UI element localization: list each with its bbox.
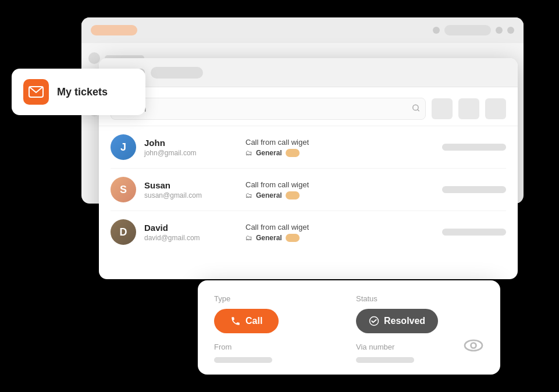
from-column: From xyxy=(214,343,342,363)
ticket-subject: Call from call wiget xyxy=(245,180,434,189)
ticket-info: Call from call wiget 🗂 General xyxy=(245,138,434,157)
tag-general: General xyxy=(256,191,282,199)
contact-email: susan@gmail.com xyxy=(144,191,237,199)
from-value-placeholder xyxy=(214,357,272,363)
folder-icon: 🗂 xyxy=(245,234,252,242)
browser-dot-1 xyxy=(433,27,440,34)
search-input[interactable] xyxy=(111,98,426,120)
browser-top-bar-back xyxy=(81,17,524,43)
search-input-wrap[interactable] xyxy=(111,98,426,120)
my-tickets-label: My tickets xyxy=(57,86,108,98)
table-row[interactable]: J John john@gmail.com Call from call wig… xyxy=(111,126,506,169)
svg-line-1 xyxy=(418,109,419,111)
search-bar-area xyxy=(99,87,518,126)
tickets-list: J John john@gmail.com Call from call wig… xyxy=(99,126,518,253)
status-label: Status xyxy=(356,294,484,303)
table-row[interactable]: S Susan susan@gmail.com Call from call w… xyxy=(111,169,506,211)
browser-dot-2 xyxy=(496,27,503,34)
check-icon xyxy=(369,316,379,326)
tag-general: General xyxy=(256,149,282,157)
ticket-info: Call from call wiget 🗂 General xyxy=(245,223,434,242)
filter-button[interactable] xyxy=(485,98,506,119)
contact-name: Susan xyxy=(144,180,237,190)
contact-name: David xyxy=(144,223,237,233)
ticket-tags: 🗂 General xyxy=(245,149,434,157)
svg-point-4 xyxy=(465,340,482,351)
ticket-subject: Call from call wiget xyxy=(245,223,434,231)
folder-icon: 🗂 xyxy=(245,191,252,199)
from-label: From xyxy=(214,343,342,351)
contact-email: john@gmail.com xyxy=(144,149,237,157)
folder-icon: 🗂 xyxy=(245,149,252,157)
tag-priority-pill xyxy=(286,149,300,157)
eye-icon xyxy=(463,335,484,356)
ticket-info: Call from call wiget 🗂 General xyxy=(245,180,434,199)
resolved-button[interactable]: Resolved xyxy=(356,309,438,333)
table-row[interactable]: D David david@gmail.com Call from call w… xyxy=(111,211,506,253)
tag-priority-pill xyxy=(286,191,300,199)
browser-pill-back xyxy=(91,25,137,35)
main-browser-window: J John john@gmail.com Call from call wig… xyxy=(99,58,518,279)
tag-general: General xyxy=(256,234,282,242)
via-number-value-placeholder xyxy=(356,357,414,363)
avatar: D xyxy=(111,219,136,245)
mail-icon xyxy=(29,86,44,98)
browser-dot-3 xyxy=(507,27,514,34)
avatar: J xyxy=(111,134,136,160)
status-column: Status Resolved xyxy=(356,294,484,333)
svg-point-5 xyxy=(471,343,476,348)
contact-email: david@gmail.com xyxy=(144,234,237,242)
ticket-tags: 🗂 General xyxy=(245,234,434,242)
detail-grid: Type Call Status Resolved From xyxy=(214,294,484,363)
ticket-status-bar xyxy=(442,144,506,151)
ticket-tags: 🗂 General xyxy=(245,191,434,199)
mail-icon-wrap xyxy=(23,79,49,105)
type-label: Type xyxy=(214,294,342,303)
phone-icon xyxy=(230,316,241,326)
ticket-status-bar xyxy=(442,229,506,236)
browser-top-bar-main xyxy=(99,58,518,87)
ticket-subject: Call from call wiget xyxy=(245,138,434,147)
avatar: S xyxy=(111,177,136,202)
ticket-contact: Susan susan@gmail.com xyxy=(144,180,237,199)
browser-pill-right xyxy=(444,25,491,35)
tag-priority-pill xyxy=(286,234,300,242)
type-column: Type Call xyxy=(214,294,342,333)
search-icon xyxy=(412,104,420,114)
call-button-label: Call xyxy=(245,316,262,326)
ticket-contact: John john@gmail.com xyxy=(144,138,237,157)
resolved-button-label: Resolved xyxy=(384,316,425,326)
my-tickets-card: My tickets xyxy=(12,69,145,115)
call-button[interactable]: Call xyxy=(214,309,279,333)
eye-icon-wrap[interactable] xyxy=(463,335,484,358)
view-grid-button[interactable] xyxy=(432,98,453,119)
ticket-status-bar xyxy=(442,186,506,193)
sidebar-circle-1 xyxy=(88,52,100,64)
detail-card: Type Call Status Resolved From xyxy=(198,280,500,375)
view-list-button[interactable] xyxy=(458,98,479,119)
browser-pill-main xyxy=(151,67,203,79)
contact-name: John xyxy=(144,138,237,148)
ticket-contact: David david@gmail.com xyxy=(144,223,237,242)
